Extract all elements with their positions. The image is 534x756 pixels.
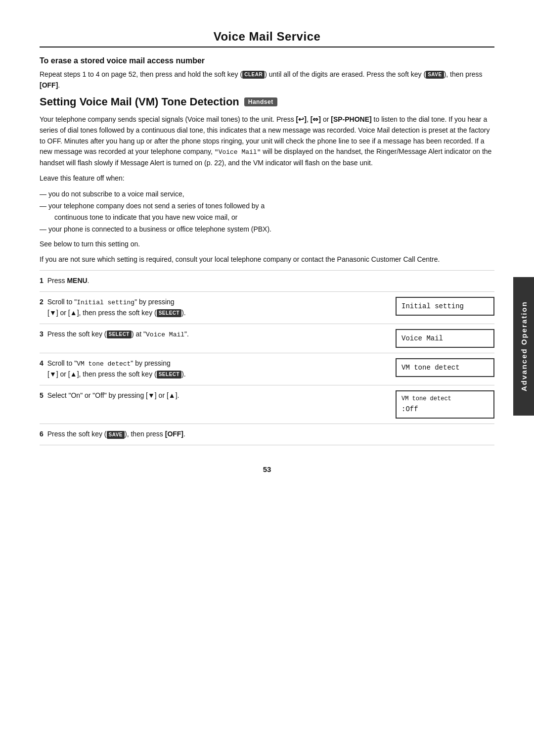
key-sp-phone: [SP-PHONE] [331, 115, 371, 123]
off-text: [OFF] [40, 81, 58, 89]
erase-text-3: ), then press [444, 70, 483, 78]
step-6-number: 6 [40, 430, 44, 438]
select-badge-2: SELECT [157, 309, 181, 317]
bullet-2-cont: continuous tone to indicate that you hav… [40, 212, 494, 223]
step-5-row: 5 Select "On" or "Off" by pressing [▼] o… [40, 385, 494, 424]
step-3-number: 3 [40, 330, 44, 338]
step-2-screen-text: Initial setting [401, 301, 489, 312]
step-2-row: 2 Scroll to "Initial setting" by pressin… [40, 291, 494, 324]
page-number: 53 [40, 465, 494, 473]
step-3-text: Press the soft key (SELECT) at "Voice Ma… [47, 330, 189, 338]
step-6-text: Press the soft key (SAVE), then press [O… [47, 430, 185, 438]
leave-off-text: Leave this feature off when: [40, 173, 494, 184]
key-back: [↩] [296, 115, 307, 123]
leave-off-list: you do not subscribe to a voice mail ser… [40, 189, 494, 235]
step-5-number: 5 [40, 391, 44, 399]
step-4-row: 4 Scroll to "VM tone detect" by pressing… [40, 353, 494, 385]
step-6-left: 6 Press the soft key (SAVE), then press … [40, 429, 494, 440]
step-2-number: 2 [40, 298, 44, 306]
select-badge-3: SELECT [107, 331, 132, 338]
step-5-left: 5 Select "On" or "Off" by pressing [▼] o… [40, 390, 390, 401]
erase-text-1: Repeat steps 1 to 4 on page 52, then pre… [40, 70, 242, 78]
bullet-2: your telephone company does not send a s… [40, 201, 494, 212]
page-title: Voice Mail Service [40, 30, 494, 44]
save-badge-6: SAVE [107, 431, 125, 439]
vm-description: Your telephone company sends special sig… [40, 114, 494, 168]
step-3-row: 3 Press the soft key (SELECT) at "Voice … [40, 324, 494, 353]
step-1-left: 1 Press MENU. [40, 276, 494, 286]
step-2-text: Scroll to "Initial setting" by pressing … [40, 298, 186, 317]
bullet-1: you do not subscribe to a voice mail ser… [40, 189, 494, 200]
bullet-3: your phone is connected to a business or… [40, 224, 494, 235]
step-5-text: Select "On" or "Off" by pressing [▼] or … [47, 391, 179, 399]
erase-text-end: . [58, 81, 60, 89]
step-5-screen-line2: :Off [401, 404, 489, 415]
step-4-screen-text: VM tone detect [401, 362, 489, 373]
vm-section-heading: Setting Voice Mail (VM) Tone Detection H… [40, 95, 494, 108]
step-5-screen-line1: VM tone detect [401, 394, 489, 404]
erase-text-2: ) until all of the digits are erased. Pr… [265, 70, 426, 78]
erase-heading: To erase a stored voice mail access numb… [40, 56, 494, 65]
key-exchange: [⇔] [311, 115, 321, 123]
title-divider [40, 47, 494, 47]
erase-body: Repeat steps 1 to 4 on page 52, then pre… [40, 69, 494, 91]
step-1-text: Press MENU. [47, 277, 89, 284]
save-badge-erase: SAVE [426, 71, 444, 79]
steps-area: 1 Press MENU. 2 Scroll to "Initial setti… [40, 270, 494, 445]
step-3-screen-text: Voice Mail [401, 333, 489, 344]
step-4-number: 4 [40, 359, 44, 367]
step-4-text: Scroll to "VM tone detect" by pressing [… [40, 359, 186, 378]
see-below-text: See below to turn this setting on. [40, 239, 494, 250]
page: Advanced Operation Voice Mail Service To… [0, 0, 534, 756]
step-4-left: 4 Scroll to "VM tone detect" by pressing… [40, 358, 390, 380]
vm-heading-text: Setting Voice Mail (VM) Tone Detection [40, 95, 239, 108]
select-badge-4: SELECT [157, 371, 181, 378]
step-1-number: 1 [40, 277, 44, 284]
step-4-screen: VM tone detect [396, 358, 494, 377]
step-5-screen: VM tone detect :Off [396, 390, 494, 419]
sidebar-label: Advanced Operation [513, 277, 534, 416]
step-3-left: 3 Press the soft key (SELECT) at "Voice … [40, 329, 390, 340]
step-6-row: 6 Press the soft key (SAVE), then press … [40, 424, 494, 445]
step-2-screen: Initial setting [396, 297, 494, 316]
consult-text: If you are not sure which setting is req… [40, 254, 494, 265]
step-3-screen: Voice Mail [396, 329, 494, 348]
step-2-left: 2 Scroll to "Initial setting" by pressin… [40, 297, 390, 319]
handset-badge: Handset [244, 97, 277, 106]
voice-mail-mono: "Voice Mail" [215, 148, 261, 156]
step-1-row: 1 Press MENU. [40, 270, 494, 291]
clear-badge: CLEAR [242, 71, 265, 79]
